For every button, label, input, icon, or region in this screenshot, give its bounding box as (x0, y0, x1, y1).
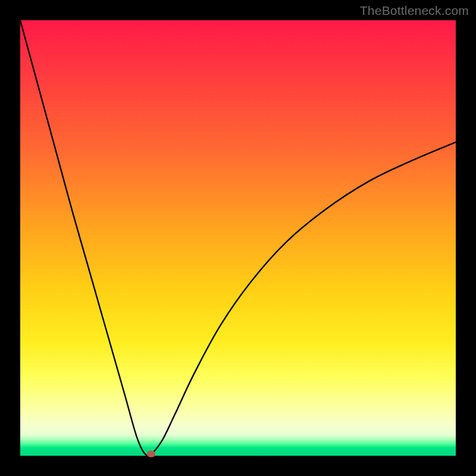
plot-area (20, 20, 456, 456)
min-marker (147, 451, 155, 458)
bottleneck-curve (20, 20, 456, 456)
watermark-text: TheBottleneck.com (360, 4, 469, 18)
chart-frame: TheBottleneck.com (0, 0, 476, 476)
